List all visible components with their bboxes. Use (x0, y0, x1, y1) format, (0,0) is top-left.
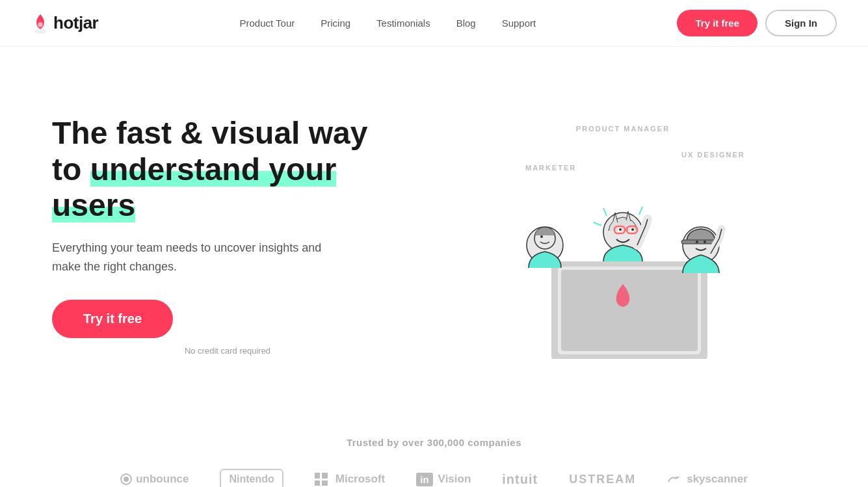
hero-right: PRODUCT MANAGER MARKETER UX DESIGNER (403, 112, 816, 359)
nav-blog[interactable]: Blog (456, 18, 476, 29)
nav-pricing[interactable]: Pricing (321, 18, 350, 29)
company-logo-bar: unbounce Nintendo Microsoft in Vision in… (31, 469, 837, 487)
svg-rect-7 (561, 270, 698, 351)
svg-text:UX DESIGNER: UX DESIGNER (681, 151, 745, 159)
hero-title-highlight: understand your users (52, 152, 336, 222)
hero-subtitle: Everything your team needs to uncover in… (52, 239, 325, 276)
svg-line-21 (639, 207, 642, 215)
ustream-text: USTREAM (569, 473, 636, 486)
nintendo-logo: Nintendo (220, 469, 283, 487)
hero-illustration: PRODUCT MANAGER MARKETER UX DESIGNER (467, 112, 779, 359)
unbounce-logo: unbounce (120, 473, 189, 486)
hero-try-free-button[interactable]: Try it free (52, 300, 173, 338)
nav-try-free-button[interactable]: Try it free (677, 10, 757, 36)
svg-point-17 (619, 228, 622, 231)
svg-line-20 (603, 208, 607, 216)
intuit-logo: intuit (502, 472, 538, 487)
invision-logo: in Vision (416, 473, 471, 486)
skyscanner-text: skyscanner (687, 473, 748, 486)
nav-actions: Try it free Sign In (677, 10, 837, 36)
svg-text:MARKETER: MARKETER (525, 164, 576, 172)
nav-testimonials[interactable]: Testimonials (376, 18, 430, 29)
unbounce-icon (120, 473, 132, 485)
svg-point-11 (540, 235, 543, 238)
nav-sign-in-button[interactable]: Sign In (765, 10, 837, 36)
hero-section: The fast & visual way to understand your… (0, 47, 868, 411)
svg-point-0 (34, 29, 47, 34)
nintendo-text: Nintendo (229, 473, 274, 485)
microsoft-text: Microsoft (335, 473, 386, 486)
trusted-section: Trusted by over 300,000 companies unboun… (0, 411, 868, 487)
logo-flame-icon (31, 13, 49, 34)
svg-point-1 (38, 22, 43, 27)
invision-text: Vision (438, 473, 471, 486)
logo-link[interactable]: hotjar (31, 13, 98, 34)
nav-product-tour[interactable]: Product Tour (239, 18, 295, 29)
svg-text:PRODUCT MANAGER: PRODUCT MANAGER (575, 125, 669, 133)
svg-point-26 (704, 241, 706, 243)
hero-title: The fast & visual way to understand your… (52, 115, 403, 223)
logo-text: hotjar (53, 13, 98, 33)
invision-in-badge: in (416, 473, 432, 486)
navbar: hotjar Product Tour Pricing Testimonials… (0, 0, 868, 47)
trusted-title: Trusted by over 300,000 companies (31, 437, 837, 448)
microsoft-logo: Microsoft (315, 473, 386, 486)
intuit-text: intuit (502, 472, 538, 487)
svg-point-19 (631, 228, 634, 231)
nav-support[interactable]: Support (502, 18, 536, 29)
illustration-svg: PRODUCT MANAGER MARKETER UX DESIGNER (467, 112, 779, 359)
ustream-logo: USTREAM (569, 473, 636, 486)
hero-left: The fast & visual way to understand your… (52, 115, 403, 355)
svg-line-22 (594, 222, 601, 226)
skyscanner-icon (667, 474, 680, 484)
hero-title-line2: to understand your users (52, 152, 336, 222)
nav-links: Product Tour Pricing Testimonials Blog S… (239, 18, 536, 29)
skyscanner-logo: skyscanner (667, 473, 748, 486)
no-credit-card-text: No credit card required (52, 346, 403, 356)
svg-point-25 (696, 241, 698, 243)
svg-point-28 (124, 477, 129, 482)
unbounce-text: unbounce (136, 473, 189, 486)
ms-grid-icon (315, 473, 328, 486)
